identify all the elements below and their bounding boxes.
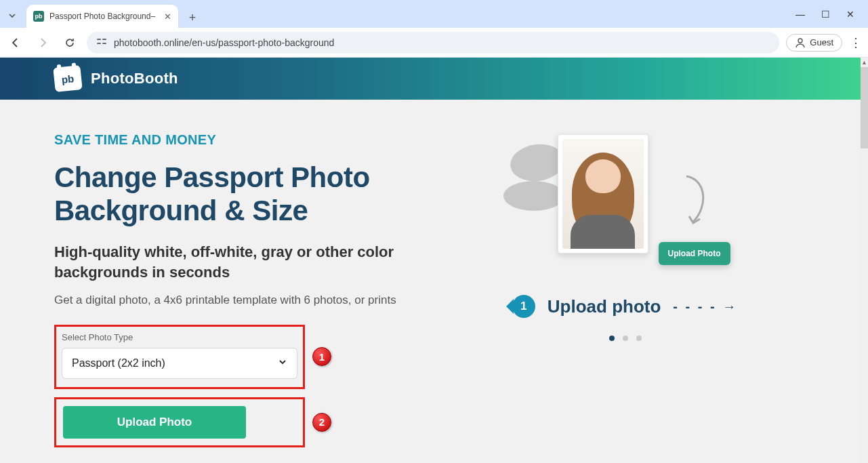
- site-header: pb PhotoBooth: [0, 58, 861, 100]
- step-row: 1 Upload photo - - - - →: [512, 295, 738, 318]
- forward-button[interactable]: [33, 33, 53, 53]
- tab-list-dropdown[interactable]: [0, 3, 24, 28]
- favicon-icon: pb: [33, 11, 44, 22]
- browser-tab-strip: pb Passport Photo Background– ✕ + — ☐ ✕: [0, 0, 868, 28]
- hero-left-column: SAVE TIME AND MONEY Change Passport Phot…: [54, 132, 417, 456]
- page-subhead: High-quality white, off-white, gray or o…: [54, 242, 417, 282]
- close-window-icon[interactable]: ✕: [846, 9, 854, 20]
- carousel-dots: [609, 336, 642, 341]
- chevron-down-icon: [278, 357, 287, 369]
- upload-photo-block: Upload Photo 2: [54, 397, 305, 447]
- step-label: Upload photo: [547, 296, 661, 317]
- carousel-dot-1[interactable]: [609, 336, 615, 341]
- eyebrow-text: SAVE TIME AND MONEY: [54, 132, 417, 148]
- window-controls: — ☐ ✕: [795, 1, 868, 28]
- vertical-scrollbar[interactable]: ▲: [861, 58, 868, 463]
- address-bar[interactable]: photobooth.online/en-us/passport-photo-b…: [87, 32, 779, 54]
- profile-button[interactable]: Guest: [786, 34, 842, 52]
- tab-title: Passport Photo Background–: [49, 12, 159, 21]
- scrollbar-thumb[interactable]: [861, 67, 868, 148]
- svg-point-4: [798, 39, 802, 43]
- upload-photo-button[interactable]: Upload Photo: [63, 406, 246, 439]
- hero-right-column: Upload Photo 1 Upload photo - - - - →: [444, 132, 806, 456]
- svg-rect-2: [97, 43, 101, 44]
- scroll-up-icon[interactable]: ▲: [861, 58, 868, 67]
- select-label: Select Photo Type: [62, 332, 297, 342]
- page-bodyline: Get a digital photo, a 4x6 printable tem…: [54, 294, 417, 307]
- brand-name[interactable]: PhotoBooth: [91, 70, 178, 87]
- select-photo-type-block: Select Photo Type Passport (2x2 inch) 1: [54, 325, 305, 389]
- annotation-badge-1: 1: [312, 347, 331, 366]
- curved-arrow-icon: [680, 173, 714, 227]
- select-value: Passport (2x2 inch): [72, 357, 165, 369]
- svg-rect-3: [102, 43, 106, 44]
- browser-toolbar: photobooth.online/en-us/passport-photo-b…: [0, 28, 868, 58]
- person-icon: [795, 37, 806, 48]
- arrow-left-icon: [9, 37, 22, 49]
- photo-type-select[interactable]: Passport (2x2 inch): [62, 348, 297, 379]
- decorative-blob: [503, 181, 564, 211]
- sample-photo-card: [558, 134, 648, 254]
- profile-label: Guest: [810, 37, 833, 47]
- svg-rect-0: [97, 39, 101, 40]
- carousel-dot-2[interactable]: [623, 336, 628, 341]
- hero-illustration: Upload Photo: [510, 132, 741, 288]
- svg-rect-1: [102, 39, 106, 40]
- reload-button[interactable]: [60, 33, 80, 53]
- hero-section: SAVE TIME AND MONEY Change Passport Phot…: [0, 100, 861, 463]
- carousel-dot-3[interactable]: [636, 336, 642, 341]
- logo-icon[interactable]: pb: [53, 65, 83, 92]
- back-button[interactable]: [5, 33, 26, 53]
- minimize-icon[interactable]: —: [795, 9, 805, 20]
- page-headline: Change Passport Photo Background & Size: [54, 161, 417, 227]
- chevron-down-icon: [8, 12, 16, 20]
- step-number-badge: 1: [512, 295, 535, 318]
- page-viewport: pb PhotoBooth SAVE TIME AND MONEY Change…: [0, 58, 868, 463]
- browser-menu-button[interactable]: ⋮: [849, 35, 863, 50]
- upload-photo-chip[interactable]: Upload Photo: [659, 242, 730, 265]
- maximize-icon[interactable]: ☐: [821, 9, 830, 20]
- reload-icon: [64, 37, 75, 48]
- browser-tab-active[interactable]: pb Passport Photo Background– ✕: [26, 5, 178, 28]
- site-settings-icon[interactable]: [96, 36, 107, 49]
- url-text: photobooth.online/en-us/passport-photo-b…: [114, 37, 334, 48]
- arrow-right-icon: [37, 37, 49, 49]
- close-tab-icon[interactable]: ✕: [164, 12, 171, 22]
- annotation-badge-2: 2: [312, 413, 331, 432]
- portrait-icon: [571, 147, 635, 249]
- dashed-arrow-icon: - - - - →: [673, 299, 738, 315]
- new-tab-button[interactable]: +: [182, 7, 203, 28]
